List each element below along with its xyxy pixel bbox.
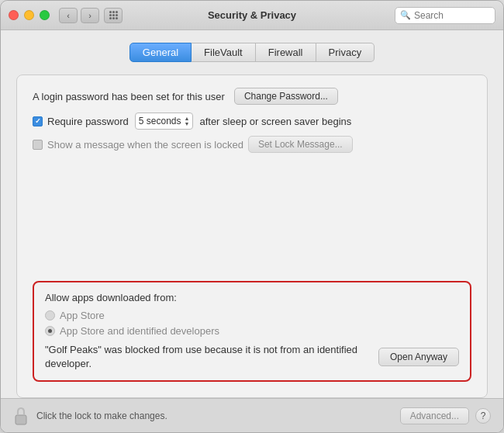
footer-lock-text: Click the lock to make changes. <box>36 410 400 421</box>
require-password-checkbox[interactable]: ✓ <box>33 116 43 126</box>
allow-apps-section: Allow apps downloaded from: App Store Ap… <box>33 281 471 382</box>
titlebar: ‹ › Security & Privacy 🔍 <box>1 1 503 30</box>
maximize-button[interactable] <box>40 10 50 20</box>
password-delay-dropdown[interactable]: 5 seconds ▲ ▼ <box>135 113 194 130</box>
spacer <box>33 165 471 281</box>
blocked-app-row: "Golf Peaks" was blocked from use becaus… <box>45 343 459 371</box>
grid-icon <box>109 11 118 19</box>
tab-general[interactable]: General <box>129 43 192 62</box>
back-button[interactable]: ‹ <box>59 8 78 23</box>
footer: Click the lock to make changes. Advanced… <box>1 398 503 432</box>
search-icon: 🔍 <box>400 10 411 20</box>
blocked-app-text: "Golf Peaks" was blocked from use becaus… <box>45 343 371 371</box>
require-password-row: ✓ Require password 5 seconds ▲ ▼ after s… <box>33 113 471 130</box>
window-title: Security & Privacy <box>208 9 296 21</box>
tab-bar: General FileVault Firewall Privacy <box>16 43 488 62</box>
require-password-checkbox-wrapper: ✓ Require password <box>33 116 129 127</box>
app-store-identified-radio-label: App Store and identified developers <box>60 325 219 337</box>
change-password-button[interactable]: Change Password... <box>234 88 338 105</box>
tab-firewall[interactable]: Firewall <box>256 43 316 62</box>
general-panel: A login password has been set for this u… <box>16 74 488 398</box>
forward-button[interactable]: › <box>81 8 99 23</box>
password-notice-row: A login password has been set for this u… <box>33 88 471 105</box>
search-box[interactable]: 🔍 <box>395 7 495 24</box>
traffic-lights <box>9 10 50 20</box>
app-store-radio[interactable] <box>45 310 55 320</box>
svg-rect-0 <box>16 415 26 424</box>
show-message-label: Show a message when the screen is locked <box>47 139 243 151</box>
tab-privacy[interactable]: Privacy <box>316 43 375 62</box>
allow-apps-title: Allow apps downloaded from: <box>45 292 459 303</box>
advanced-button[interactable]: Advanced... <box>400 407 469 424</box>
show-message-row: Show a message when the screen is locked… <box>33 136 471 153</box>
grid-button[interactable] <box>104 8 123 23</box>
set-lock-message-button[interactable]: Set Lock Message... <box>248 136 353 153</box>
password-notice-text: A login password has been set for this u… <box>33 91 225 102</box>
app-store-identified-radio-row: App Store and identified developers <box>45 325 459 337</box>
minimize-button[interactable] <box>24 10 34 20</box>
checkmark-icon: ✓ <box>35 117 41 125</box>
after-sleep-label: after sleep or screen saver begins <box>199 116 351 127</box>
lock-icon[interactable] <box>13 407 29 425</box>
window: ‹ › Security & Privacy 🔍 General FileVau… <box>0 0 504 433</box>
app-store-radio-label: App Store <box>60 310 105 321</box>
password-delay-value: 5 seconds <box>139 116 181 126</box>
dropdown-arrows-icon: ▲ ▼ <box>184 116 189 126</box>
nav-buttons: ‹ › <box>59 8 99 23</box>
show-message-checkbox[interactable] <box>33 140 43 150</box>
app-store-identified-radio[interactable] <box>45 326 55 336</box>
tab-filevault[interactable]: FileVault <box>192 43 256 62</box>
close-button[interactable] <box>9 10 19 20</box>
search-input[interactable] <box>414 10 490 21</box>
content-area: General FileVault Firewall Privacy A log… <box>1 30 503 398</box>
password-section: A login password has been set for this u… <box>33 88 471 153</box>
app-store-radio-row: App Store <box>45 310 459 321</box>
open-anyway-button[interactable]: Open Anyway <box>378 348 459 366</box>
require-password-label: Require password <box>47 116 129 127</box>
help-button[interactable]: ? <box>475 408 491 424</box>
